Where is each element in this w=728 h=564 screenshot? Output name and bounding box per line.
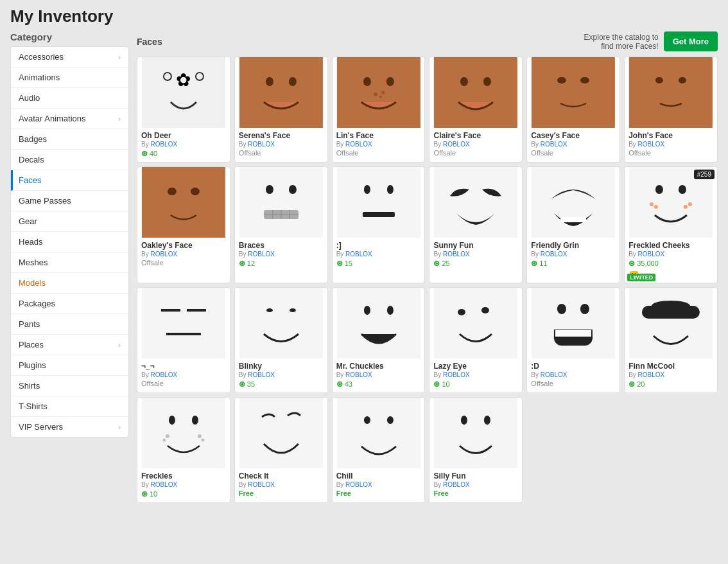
- chevron-right-icon: ›: [118, 423, 121, 431]
- svg-point-42: [679, 185, 686, 194]
- sidebar-item-places[interactable]: Places›: [11, 335, 128, 355]
- item-image: [235, 167, 327, 238]
- sidebar-item-decals[interactable]: Decals: [11, 150, 128, 170]
- item-card[interactable]: Check ItBy ROBLOXFree: [234, 397, 328, 503]
- item-info: FrecklesBy ROBLOX⊛10: [137, 468, 230, 502]
- item-by: By ROBLOX: [336, 371, 421, 378]
- item-card[interactable]: John's FaceBy ROBLOXOffsale: [624, 57, 718, 163]
- sidebar-item-label: Animations: [19, 73, 60, 82]
- svg-point-81: [461, 416, 467, 425]
- sidebar-item-models[interactable]: Models: [11, 273, 128, 294]
- item-card[interactable]: Lin's FaceBy ROBLOXOffsale: [332, 57, 426, 163]
- item-card[interactable]: BlinkyBy ROBLOX⊛35: [234, 287, 328, 393]
- item-card[interactable]: Sunny FunBy ROBLOX⊛25: [429, 166, 523, 283]
- sidebar-item-game_passes[interactable]: Game Passes: [11, 191, 128, 211]
- sidebar-item-t-shirts[interactable]: T-Shirts: [11, 396, 128, 417]
- item-info: Claire's FaceBy ROBLOXOffsale: [429, 128, 522, 161]
- robux-icon: ⊛: [336, 259, 343, 268]
- sidebar-item-label: Models: [19, 278, 46, 288]
- item-price: ⊛43: [336, 380, 421, 389]
- item-image: #259: [625, 167, 717, 238]
- item-card[interactable]: Finn McCoolBy ROBLOX⊛20: [624, 287, 718, 393]
- sidebar-item-shirts[interactable]: Shirts: [11, 376, 128, 396]
- item-info: Casey's FaceBy ROBLOXOffsale: [527, 128, 620, 161]
- item-card[interactable]: #259Freckled CheeksBy ROBLOX⊛35,000LIMIT…: [624, 166, 718, 283]
- item-card[interactable]: BracesBy ROBLOX⊛12: [234, 166, 328, 283]
- item-info: BracesBy ROBLOX⊛12: [235, 238, 327, 272]
- sidebar-item-packages[interactable]: Packages: [11, 294, 128, 314]
- sidebar-item-badges[interactable]: Badges: [11, 129, 128, 150]
- sidebar-item-pants[interactable]: Pants: [11, 314, 128, 335]
- item-by: By ROBLOX: [433, 141, 518, 148]
- item-card[interactable]: :DBy ROBLOXOffsale: [526, 287, 620, 393]
- svg-point-62: [580, 304, 589, 314]
- item-card[interactable]: Friendly GrinBy ROBLOX⊛11: [526, 166, 620, 283]
- item-price: ⊛10: [141, 489, 226, 498]
- item-image: [625, 57, 717, 128]
- item-by: By ROBLOX: [433, 251, 518, 258]
- svg-point-82: [484, 416, 490, 425]
- chevron-right-icon: ›: [118, 341, 121, 349]
- sidebar-item-plugins[interactable]: Plugins: [11, 355, 128, 376]
- item-name: Claire's Face: [433, 131, 518, 140]
- item-info: Check ItBy ROBLOXFree: [235, 468, 327, 501]
- item-card[interactable]: Serena's FaceBy ROBLOXOffsale: [234, 57, 328, 163]
- item-name: Casey's Face: [531, 131, 616, 140]
- svg-point-15: [483, 77, 491, 86]
- item-price: ⊛40: [141, 149, 226, 158]
- item-card[interactable]: ¬_¬By ROBLOXOffsale: [137, 287, 230, 393]
- item-card[interactable]: Silly FunBy ROBLOXFree: [429, 397, 523, 503]
- item-price: Offsale: [336, 149, 421, 157]
- item-image: ✿: [137, 57, 230, 128]
- item-image: [429, 57, 522, 128]
- item-card[interactable]: Oakley's FaceBy ROBLOXOffsale: [137, 166, 230, 283]
- robux-icon: ⊛: [239, 380, 245, 389]
- item-image: [137, 288, 230, 358]
- item-by: By ROBLOX: [433, 481, 518, 488]
- svg-point-72: [166, 434, 169, 438]
- svg-point-18: [580, 77, 589, 84]
- sidebar-item-faces[interactable]: Faces: [11, 170, 128, 191]
- item-by: By ROBLOX: [141, 251, 226, 258]
- svg-point-53: [290, 308, 296, 312]
- svg-point-10: [374, 93, 377, 96]
- item-card[interactable]: FrecklesBy ROBLOX⊛10: [137, 397, 230, 503]
- item-by: By ROBLOX: [336, 251, 421, 258]
- page-title: My Inventory: [10, 6, 718, 26]
- sidebar-item-meshes[interactable]: Meshes: [11, 252, 128, 273]
- item-price: ⊛10: [433, 380, 518, 389]
- item-card[interactable]: ✿ Oh DeerBy ROBLOX⊛40: [137, 57, 230, 163]
- sidebar-item-audio[interactable]: Audio: [11, 88, 128, 109]
- item-by: By ROBLOX: [239, 141, 324, 148]
- item-info: Serena's FaceBy ROBLOXOffsale: [235, 128, 327, 161]
- svg-rect-33: [337, 167, 420, 238]
- sidebar-label: Category: [10, 31, 129, 42]
- sidebar-item-heads[interactable]: Heads: [11, 232, 128, 252]
- content-header: Faces Explore the catalog tofind more Fa…: [137, 31, 718, 51]
- item-info: Silly FunBy ROBLOXFree: [429, 468, 522, 501]
- item-card[interactable]: Claire's FaceBy ROBLOXOffsale: [429, 57, 523, 163]
- sidebar-item-accessories[interactable]: Accessories›: [11, 47, 128, 67]
- svg-point-61: [557, 304, 566, 314]
- sidebar-item-vip_servers[interactable]: VIP Servers›: [11, 417, 128, 437]
- robux-icon: ⊛: [433, 380, 440, 389]
- svg-point-20: [655, 77, 663, 84]
- sidebar-item-gear[interactable]: Gear: [11, 211, 128, 232]
- item-name: :]: [336, 241, 421, 250]
- sidebar-item-avatar_animations[interactable]: Avatar Animations›: [11, 109, 128, 129]
- item-by: By ROBLOX: [336, 481, 421, 488]
- get-more-button[interactable]: Get More: [664, 31, 718, 51]
- item-name: Mr. Chuckles: [336, 362, 421, 371]
- svg-point-12: [379, 96, 382, 98]
- sidebar-item-animations[interactable]: Animations: [11, 67, 128, 88]
- svg-point-14: [460, 77, 468, 86]
- item-card[interactable]: :]By ROBLOX⊛15: [332, 166, 426, 283]
- robux-icon: ⊛: [239, 259, 245, 268]
- item-card[interactable]: Mr. ChucklesBy ROBLOX⊛43: [332, 287, 426, 393]
- item-by: By ROBLOX: [628, 371, 713, 378]
- svg-rect-13: [434, 57, 517, 128]
- item-card[interactable]: Lazy EyeBy ROBLOX⊛10: [429, 287, 523, 393]
- item-card[interactable]: ChillBy ROBLOXFree: [332, 397, 426, 503]
- item-card[interactable]: Casey's FaceBy ROBLOXOffsale: [526, 57, 620, 163]
- item-price: ⊛25: [433, 259, 518, 268]
